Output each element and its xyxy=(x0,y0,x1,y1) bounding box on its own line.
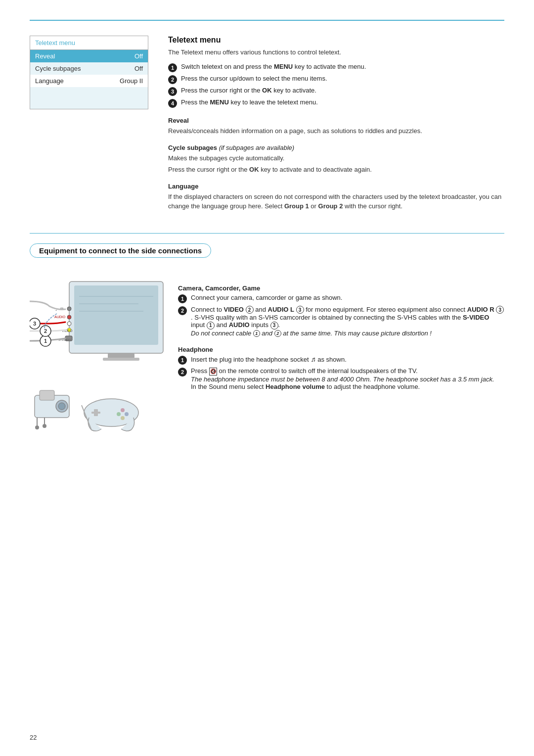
teletext-steps-list: 1 Switch teletext on and press the MENU … xyxy=(168,63,504,108)
teletext-step-3: 3 Press the cursor right or the OK key t… xyxy=(168,87,504,96)
svg-text:AUDIO: AUDIO xyxy=(54,315,66,319)
menu-table-container: Teletext menu Reveal Off Cycle subpages … xyxy=(30,36,148,213)
svg-text:3: 3 xyxy=(33,321,36,327)
teletext-step-4: 4 Press the MENU key to leave the telete… xyxy=(168,98,504,108)
menu-table-header: Teletext menu xyxy=(30,36,148,50)
svg-rect-33 xyxy=(91,412,100,414)
svg-point-9 xyxy=(67,315,71,319)
cycle-italic-note: (if subpages are available) xyxy=(219,144,294,151)
reveal-value: Off xyxy=(134,52,143,60)
svg-point-30 xyxy=(43,424,46,428)
headphone-heading: Headphone xyxy=(178,346,504,353)
menu-table-empty-2 xyxy=(30,98,148,109)
top-section: Teletext menu Reveal Off Cycle subpages … xyxy=(30,36,504,213)
camera-step-1: 1 Connect your camera, camcorder or game… xyxy=(178,294,504,303)
svg-rect-6 xyxy=(103,358,139,361)
camera-step-2: 2 Connect to VIDEO 2 and AUDIO L 3 for m… xyxy=(178,306,504,337)
reveal-heading: Reveal xyxy=(168,117,504,124)
step-2-text: Press the cursor up/down to select the m… xyxy=(181,75,327,82)
step-3-circle: 3 xyxy=(168,87,177,96)
cycle-heading: Cycle subpages (if subpages are availabl… xyxy=(168,144,504,151)
svg-text:1: 1 xyxy=(44,338,47,344)
teletext-right-content: Teletext menu The Teletext menu offers v… xyxy=(168,36,504,213)
menu-table-row-reveal[interactable]: Reveal Off xyxy=(30,50,148,62)
svg-rect-5 xyxy=(108,353,134,358)
cycle-text-1: Makes the subpages cycle automatically. xyxy=(168,153,504,163)
cycle-label: Cycle subpages xyxy=(35,65,134,72)
language-label: Language xyxy=(35,77,120,85)
step-4-text: Press the MENU key to leave the teletext… xyxy=(181,98,318,106)
teletext-step-1: 1 Switch teletext on and press the MENU … xyxy=(168,63,504,72)
headphone-step-2: 2 Press 🔇 on the remote control to switc… xyxy=(178,367,504,390)
headphone-step-1-circle: 1 xyxy=(178,356,187,365)
reveal-label: Reveal xyxy=(35,52,134,60)
headphone-steps-list: 1 Insert the plug into the headphone soc… xyxy=(178,355,504,390)
cycle-text-2: Press the cursor right or the OK key to … xyxy=(168,165,504,175)
mid-divider xyxy=(30,233,504,234)
svg-text:2: 2 xyxy=(44,328,47,334)
svg-rect-1 xyxy=(74,285,158,345)
equipment-illustration-area: ⚅ VIDEO S-VIDEO ♩ AUDIO xyxy=(30,277,178,446)
svg-point-35 xyxy=(125,412,129,416)
menu-table-empty-1 xyxy=(30,87,148,98)
headphone-step-2-circle: 2 xyxy=(178,368,187,377)
step-1-circle: 1 xyxy=(168,63,177,72)
camera-heading: Camera, Camcorder, Game xyxy=(178,284,504,292)
menu-table: Teletext menu Reveal Off Cycle subpages … xyxy=(30,36,148,109)
svg-rect-24 xyxy=(40,390,54,400)
page-number: 22 xyxy=(30,734,37,741)
teletext-step-2: 2 Press the cursor up/down to select the… xyxy=(168,75,504,84)
step-3-text: Press the cursor right or the OK key to … xyxy=(181,87,316,94)
equipment-illustration-svg: ⚅ VIDEO S-VIDEO ♩ AUDIO xyxy=(30,277,168,445)
reveal-body: Reveals/conceals hidden information on a… xyxy=(168,126,504,136)
camera-steps-list: 1 Connect your camera, camcorder or game… xyxy=(178,294,504,337)
step-4-circle: 4 xyxy=(168,99,177,108)
bottom-section: ⚅ VIDEO S-VIDEO ♩ AUDIO xyxy=(30,277,504,446)
svg-point-26 xyxy=(58,403,65,410)
camera-step-2-text: Connect to VIDEO 2 and AUDIO L 3 for mon… xyxy=(191,306,504,337)
language-value: Group II xyxy=(120,77,143,85)
headphone-step-1-text: Insert the plug into the headphone socke… xyxy=(191,355,347,363)
camera-step-1-circle: 1 xyxy=(178,294,187,303)
cycle-value: Off xyxy=(134,65,143,72)
svg-point-7 xyxy=(67,307,71,311)
svg-point-36 xyxy=(117,412,121,416)
equipment-section-header: Equipment to connect to the side connect… xyxy=(30,243,211,258)
language-body: If the displayed characters on screen do… xyxy=(168,192,504,211)
svg-point-28 xyxy=(35,425,39,429)
page-container: Teletext menu Reveal Off Cycle subpages … xyxy=(0,0,534,756)
svg-point-34 xyxy=(121,408,125,412)
step-1-text: Switch teletext on and press the MENU ke… xyxy=(181,63,366,70)
menu-table-row-language[interactable]: Language Group II xyxy=(30,75,148,87)
headphone-step-1: 1 Insert the plug into the headphone soc… xyxy=(178,355,504,365)
headphone-step-2-text: Press 🔇 on the remote control to switch … xyxy=(191,367,494,390)
equipment-instructions: Camera, Camcorder, Game 1 Connect your c… xyxy=(178,277,504,446)
camera-step-2-circle: 2 xyxy=(178,306,187,315)
menu-table-row-cycle[interactable]: Cycle subpages Off xyxy=(30,62,148,75)
svg-point-10 xyxy=(67,322,71,326)
teletext-section-intro: The Teletext menu offers various functio… xyxy=(168,48,504,56)
teletext-section-title: Teletext menu xyxy=(168,36,504,45)
step-2-circle: 2 xyxy=(168,75,177,84)
top-divider xyxy=(30,20,504,21)
svg-point-37 xyxy=(121,416,125,420)
camera-step-1-text: Connect your camera, camcorder or game a… xyxy=(191,294,342,301)
language-heading: Language xyxy=(168,183,504,190)
